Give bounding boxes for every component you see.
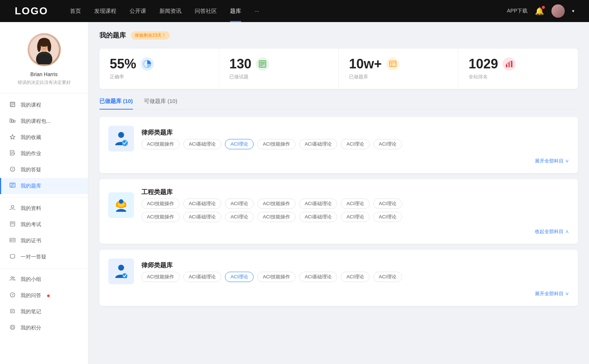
svg-point-33 (11, 239, 12, 241)
qbank-title-lawyer-1: 律师类题库 ACI技能操作 ACI基础理论 ACI理论 ACI技能操作 ACI基… (141, 128, 402, 149)
stat-ranking-top: 1029 (469, 57, 568, 71)
qbank-tag-2-3[interactable]: ACI技能操作 (257, 272, 296, 282)
qbank-tag-1-11[interactable]: ACI基础理论 (299, 212, 338, 222)
stat-questions: 130 已做试题 (219, 49, 339, 89)
qbank-tag-0-3[interactable]: ACI技能操作 (257, 139, 296, 149)
certificates-label: 我的证书 (21, 238, 41, 244)
qbank-icon-engineer (108, 192, 134, 218)
qbank-tag-1-13[interactable]: ACI理论 (373, 212, 402, 222)
qbank-tag-1-9[interactable]: ACI理论 (225, 212, 254, 222)
qbank-tags-lawyer-2: ACI技能操作 ACI基础理论 ACI理论 ACI技能操作 ACI基础理论 AC… (141, 272, 402, 282)
nav-more[interactable]: ··· (254, 8, 259, 15)
sidebar-item-course-packages[interactable]: 我的课程包... (0, 113, 88, 129)
qbank-tag-1-5[interactable]: ACI理论 (341, 199, 370, 209)
tutor-icon (9, 253, 16, 261)
tab-available[interactable]: 可做题库 (10) (144, 98, 177, 109)
courses-label: 我的课程 (21, 102, 41, 108)
qbank-tag-2-2[interactable]: ACI理论 (225, 272, 254, 282)
qbank-tag-2-4[interactable]: ACI基础理论 (299, 272, 338, 282)
qbank-title-lawyer-2: 律师类题库 ACI技能操作 ACI基础理论 ACI理论 ACI技能操作 ACI基… (141, 261, 402, 282)
app-download[interactable]: APP下载 (507, 8, 528, 14)
svg-rect-15 (12, 119, 13, 122)
avatar[interactable] (551, 4, 565, 18)
stat-questions-label: 已做试题 (229, 74, 328, 80)
sidebar-item-exams[interactable]: 我的考试 (0, 217, 88, 233)
layout: Brian Harris 错误的决定比没有决定要好 我的课程 我的课程包... (0, 22, 589, 364)
qbank-header-engineer: 工程类题库 ACI技能操作 ACI基础理论 ACI理论 ACI技能操作 ACI基… (108, 188, 569, 222)
qbank-tag-1-1[interactable]: ACI基础理论 (183, 199, 222, 209)
sidebar-item-points[interactable]: 我的积分 (0, 320, 88, 336)
qbank-tag-2-6[interactable]: ACI理论 (373, 272, 402, 282)
tab-done[interactable]: 已做题库 (10) (99, 98, 133, 109)
qbank-tag-1-0[interactable]: ACI技能操作 (141, 199, 180, 209)
stats-row: 55% 正确率 130 (99, 49, 578, 89)
questions-label: 我的答疑 (21, 167, 41, 173)
sidebar-item-tutor[interactable]: 一对一答疑 (0, 249, 88, 265)
user-menu-chevron[interactable]: ▾ (572, 8, 574, 14)
qbank-tag-1-2[interactable]: ACI理论 (225, 199, 254, 209)
expand-button-lawyer-2[interactable]: 展开全部科目 ∨ (535, 291, 569, 296)
sidebar-item-certificates[interactable]: 我的证书 (0, 233, 88, 249)
qbank-title-text-lawyer-1: 律师类题库 (141, 128, 402, 137)
qbank-tag-0-4[interactable]: ACI基础理论 (299, 139, 338, 149)
stat-ranking: 1029 全站排名 (458, 49, 578, 89)
qbank-tag-2-1[interactable]: ACI基础理论 (183, 272, 222, 282)
nav-discover[interactable]: 发现课程 (94, 8, 116, 15)
sidebar-item-groups[interactable]: 我的小组 (0, 271, 88, 288)
groups-icon (9, 276, 16, 283)
qbank-tag-1-6[interactable]: ACI理论 (373, 199, 402, 209)
notification-dot (542, 6, 545, 9)
my-qa-label: 我的问答 (21, 292, 41, 299)
nav-news[interactable]: 新闻资讯 (159, 8, 181, 15)
nav-qbank[interactable]: 题库 (230, 8, 241, 15)
qbank-tag-2-5[interactable]: ACI理论 (341, 272, 370, 282)
qbank-label: 我的题库 (21, 183, 41, 189)
qbank-tag-1-10[interactable]: ACI技能操作 (257, 212, 296, 222)
profile-avatar-image (29, 35, 59, 64)
expand-button-lawyer-1[interactable]: 展开全部科目 ∨ (535, 158, 569, 164)
qbank-tag-0-0[interactable]: ACI技能操作 (141, 139, 180, 149)
qbank-tags-engineer-row1: ACI技能操作 ACI基础理论 ACI理论 ACI技能操作 ACI基础理论 AC… (141, 199, 569, 209)
qbank-icon (9, 182, 16, 190)
qbank-tag-0-1[interactable]: ACI基础理论 (183, 139, 222, 149)
sidebar-item-qbank[interactable]: 我的题库 (0, 178, 88, 194)
sidebar-item-questions[interactable]: ? 我的答疑 (0, 162, 88, 178)
qbank-tag-2-0[interactable]: ACI技能操作 (141, 272, 180, 282)
homework-label: 我的作业 (21, 150, 41, 157)
notification-bell[interactable]: 🔔 (535, 7, 544, 15)
questions-icon: ? (9, 166, 16, 174)
packages-label: 我的课程包... (21, 118, 51, 125)
qbank-tags-engineer-row2: ACI技能操作 ACI基础理论 ACI理论 ACI技能操作 ACI基础理论 AC… (141, 212, 569, 222)
qbank-title-text-engineer: 工程类题库 (141, 188, 569, 196)
qbank-tag-1-3[interactable]: ACI技能操作 (257, 199, 296, 209)
qbank-tag-1-7[interactable]: ACI技能操作 (141, 212, 180, 222)
divider-1 (0, 197, 88, 197)
qbank-header-lawyer-2: 律师类题库 ACI技能操作 ACI基础理论 ACI理论 ACI技能操作 ACI基… (108, 258, 569, 284)
qbank-tag-0-5[interactable]: ACI理论 (341, 139, 370, 149)
svg-rect-54 (506, 64, 507, 67)
qa-notification-dot (47, 295, 50, 297)
points-icon (9, 324, 16, 332)
nav-open-course[interactable]: 公开课 (130, 8, 146, 15)
stat-accuracy-icon (141, 57, 154, 71)
points-label: 我的积分 (21, 325, 41, 331)
sidebar-item-homework[interactable]: 我的作业 (0, 146, 88, 162)
sidebar-item-favorites[interactable]: 我的收藏 (0, 129, 88, 146)
sidebar-item-notes[interactable]: 我的笔记 (0, 304, 88, 320)
svg-point-36 (11, 277, 13, 279)
nav-home[interactable]: 首页 (70, 8, 81, 15)
sidebar-item-courses[interactable]: 我的课程 (0, 97, 88, 113)
qbank-tag-0-6[interactable]: ACI理论 (373, 139, 402, 149)
qbank-tag-1-8[interactable]: ACI基础理论 (183, 212, 222, 222)
qbank-tag-1-12[interactable]: ACI理论 (341, 212, 370, 222)
qbank-tag-0-2[interactable]: ACI理论 (225, 139, 254, 149)
sidebar-item-profile[interactable]: 我的资料 (0, 200, 88, 217)
courses-icon (9, 101, 16, 109)
sidebar-item-my-qa[interactable]: ? 我的问答 (0, 288, 88, 304)
svg-point-64 (118, 265, 124, 271)
qbank-tag-1-4[interactable]: ACI基础理论 (299, 199, 338, 209)
collapse-button-engineer[interactable]: 收起全部科目 ∧ (535, 229, 569, 234)
nav-qa[interactable]: 问答社区 (195, 8, 217, 15)
stat-ranking-icon (502, 57, 516, 71)
notes-icon (9, 308, 16, 315)
